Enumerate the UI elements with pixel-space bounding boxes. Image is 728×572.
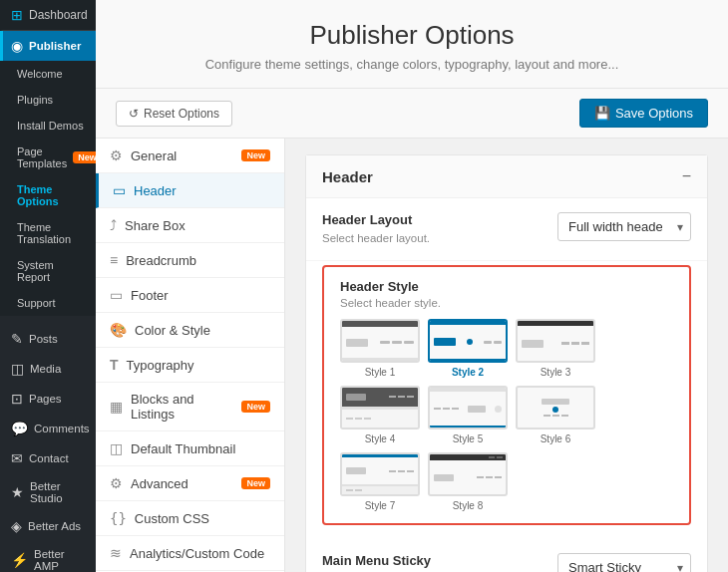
sidebar-item-publisher[interactable]: ◉ Publisher [0,31,96,61]
breadcrumb-label: Breadcrumb [126,253,196,268]
sidebar-item-theme-translation[interactable]: Theme Translation [0,214,96,252]
sidebar-item-support[interactable]: Support [0,290,96,316]
style-3-name: Style 3 [541,367,571,378]
nav-item-header[interactable]: ▭ Header [96,173,284,208]
header-style-label: Header Style [340,279,673,294]
style-item-3[interactable]: Style 3 [516,319,595,378]
style-item-2[interactable]: Style 2 [428,319,508,378]
sidebar-item-page-templates[interactable]: Page Templates New [0,139,96,176]
nav-item-blocks-listings[interactable]: ▦ Blocks and Listings New [96,383,284,431]
style-item-1[interactable]: Style 1 [340,319,420,378]
nav-item-typography[interactable]: T Typography [96,348,284,383]
nav-item-custom-css[interactable]: {} Custom CSS [96,501,284,536]
dashboard-icon: ⊞ [11,7,23,23]
header-label: Header [134,183,177,198]
settings-container: Header − Header Layout Select header lay… [285,139,728,572]
footer-icon: ▭ [110,287,123,303]
better-ads-icon: ◈ [11,518,22,534]
media-icon: ◫ [11,361,24,377]
nav-item-share-box[interactable]: ⤴ Share Box [96,208,284,243]
section-title: Header [322,168,373,185]
new-badge: New [73,151,96,163]
sidebar-item-better-amp[interactable]: ⚡ Better AMP [0,541,96,572]
color-style-icon: 🎨 [110,322,127,338]
sidebar-item-install-demos[interactable]: Install Demos [0,113,96,139]
reset-label: Reset Options [144,107,219,121]
header-layout-label: Header Layout [322,212,542,227]
pages-label: Pages [29,393,62,405]
main-menu-sticky-label-col: Main Menu Sticky Enable or disable stick… [322,553,542,572]
support-label: Support [17,297,56,309]
share-icon: ⤴ [110,217,117,233]
header-layout-row: Header Layout Select header layout. Full… [306,198,707,261]
system-report-label: System Report [17,259,88,283]
nav-item-footer[interactable]: ▭ Footer [96,278,284,313]
header-layout-control: Full width header (Stretched Content) [557,212,691,241]
sidebar-item-posts[interactable]: ✎ Posts [0,324,96,354]
save-label: Save Options [615,106,693,121]
analytics-label: Analytics/Custom Code [130,546,264,561]
general-icon: ⚙ [110,147,123,163]
blocks-icon: ▦ [110,399,123,415]
sidebar-item-pages[interactable]: ⊡ Pages [0,384,96,414]
page-title: Publisher Options [126,20,698,51]
reset-options-button[interactable]: ↺ Reset Options [116,101,232,127]
style-preview-8 [428,452,508,496]
header-icon: ▭ [113,182,126,198]
advanced-icon: ⚙ [110,475,123,491]
sidebar-item-label: Dashboard [29,8,88,22]
style-1-name: Style 1 [365,367,396,378]
nav-item-advanced[interactable]: ⚙ Advanced New [96,466,284,501]
header-layout-desc: Select header layout. [322,230,542,246]
main-panel: Header − Header Layout Select header lay… [285,139,728,572]
style-6-name: Style 6 [541,433,571,444]
sidebar-item-media[interactable]: ◫ Media [0,354,96,384]
style-preview-1 [340,319,420,363]
nav-item-breadcrumb[interactable]: ≡ Breadcrumb [96,243,284,278]
color-style-label: Color & Style [135,323,210,338]
header-style-desc: Select header style. [340,297,673,309]
sidebar-item-plugins[interactable]: Plugins [0,87,96,113]
sidebar-item-welcome[interactable]: Welcome [0,61,96,87]
style-preview-7 [340,452,420,496]
sidebar-item-theme-options[interactable]: Theme Options [0,176,96,214]
style-item-7[interactable]: Style 7 [340,452,420,511]
content-area: ⚙ General New ▭ Header ⤴ Share Box ≡ Bre… [96,139,728,572]
style-7-name: Style 7 [365,500,396,511]
sidebar-item-system-report[interactable]: System Report [0,252,96,290]
style-item-8[interactable]: Style 8 [428,452,508,511]
main-menu-sticky-select-wrapper: Smart Sticky [557,553,691,572]
style-item-4[interactable]: Style 4 [340,386,420,444]
style-item-6[interactable]: Style 6 [516,386,595,444]
style-4-name: Style 4 [365,433,396,444]
section-toggle-button[interactable]: − [682,167,691,185]
style-preview-4 [340,386,420,429]
nav-item-general[interactable]: ⚙ General New [96,139,284,173]
share-label: Share Box [125,218,185,233]
posts-icon: ✎ [11,331,23,347]
page-actions: ↺ Reset Options 💾 Save Options [96,89,728,139]
page-header: Publisher Options Configure theme settin… [96,0,728,89]
style-preview-2 [428,319,508,363]
nav-item-analytics[interactable]: ≋ Analytics/Custom Code [96,536,284,571]
header-layout-label-col: Header Layout Select header layout. [322,212,542,246]
header-layout-select-wrapper: Full width header (Stretched Content) [557,212,691,241]
save-options-button[interactable]: 💾 Save Options [579,99,708,128]
css-icon: {} [110,510,127,526]
advanced-label: Advanced [131,476,188,491]
style-item-5[interactable]: Style 5 [428,386,508,444]
typography-icon: T [110,357,119,373]
sidebar-item-better-ads[interactable]: ◈ Better Ads [0,511,96,541]
welcome-label: Welcome [17,68,63,80]
sidebar-item-dashboard[interactable]: ⊞ Dashboard [0,0,96,31]
sidebar-item-comments[interactable]: 💬 Comments 26 [0,414,96,443]
sidebar-item-contact[interactable]: ✉ Contact [0,443,96,473]
header-section: Header − Header Layout Select header lay… [305,154,708,572]
nav-item-color-style[interactable]: 🎨 Color & Style [96,313,284,348]
nav-item-default-thumbnail[interactable]: ◫ Default Thumbnail [96,431,284,466]
main-menu-sticky-select[interactable]: Smart Sticky [557,553,691,572]
style-preview-5 [428,386,508,429]
better-ads-label: Better Ads [28,520,81,532]
sidebar-item-better-studio[interactable]: ★ Better Studio [0,473,96,511]
header-layout-select[interactable]: Full width header (Stretched Content) [557,212,691,241]
